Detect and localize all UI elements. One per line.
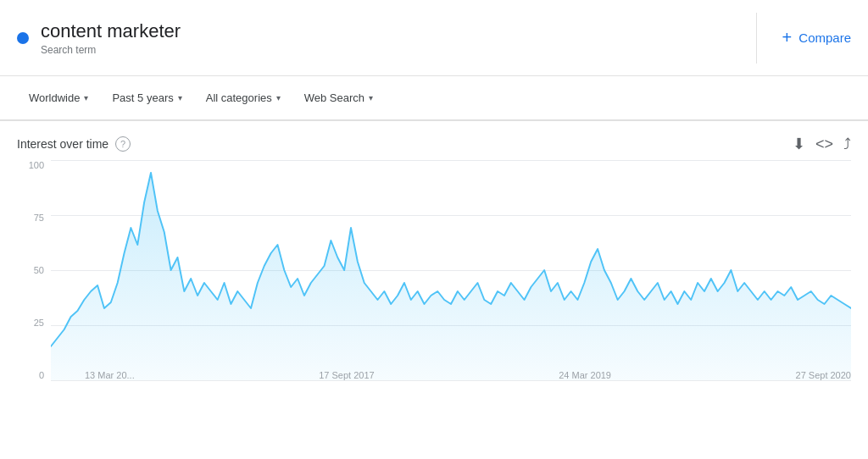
filter-worldwide-label: Worldwide (29, 91, 80, 104)
chart-section-header: Interest over time ? ⬇ <> ⤴ (0, 121, 868, 160)
share-icon[interactable]: ⤴ (843, 135, 851, 153)
filter-allcategories[interactable]: All categories ▾ (194, 85, 292, 111)
compare-button[interactable]: + Compare (757, 28, 851, 47)
chevron-down-icon: ▾ (178, 93, 182, 102)
x-label-1: 13 Mar 20... (85, 370, 135, 380)
compare-plus-icon: + (782, 28, 793, 47)
filter-worldwide[interactable]: Worldwide ▾ (17, 85, 100, 111)
chart-inner: 13 Mar 20... 17 Sept 2017 24 Mar 2019 27… (51, 160, 851, 380)
x-axis: 13 Mar 20... 17 Sept 2017 24 Mar 2019 27… (85, 363, 851, 380)
term-dot (17, 32, 29, 44)
x-label-4: 27 Sept 2020 (796, 370, 851, 380)
x-label-3: 24 Mar 2019 (559, 370, 611, 380)
filter-past5years[interactable]: Past 5 years ▾ (100, 85, 193, 111)
chevron-down-icon: ▾ (276, 93, 281, 102)
filter-websearch[interactable]: Web Search ▾ (292, 85, 385, 111)
chart-area: 100 75 50 25 0 (17, 160, 851, 397)
y-axis: 100 75 50 25 0 (17, 160, 44, 397)
page-header: content marketer Search term + Compare (0, 0, 868, 76)
chevron-down-icon: ▾ (84, 93, 88, 102)
y-label-25: 25 (17, 318, 44, 328)
term-type: Search term (41, 44, 181, 56)
filter-past5years-label: Past 5 years (112, 91, 173, 104)
help-icon[interactable]: ? (115, 136, 131, 152)
section-title-area: Interest over time ? (17, 136, 131, 152)
y-label-0: 0 (17, 370, 44, 380)
search-term-area: content marketer Search term (17, 13, 757, 64)
filter-websearch-label: Web Search (304, 91, 364, 104)
trend-line-svg (51, 160, 851, 380)
y-label-75: 75 (17, 213, 44, 223)
download-icon[interactable]: ⬇ (793, 135, 805, 153)
filter-allcategories-label: All categories (206, 91, 272, 104)
filters-bar: Worldwide ▾ Past 5 years ▾ All categorie… (0, 76, 868, 121)
term-name: content marketer (41, 20, 181, 42)
chart-container: 100 75 50 25 0 (0, 160, 868, 406)
grid-line-bottom (51, 380, 851, 381)
chevron-down-icon: ▾ (369, 93, 373, 102)
embed-icon[interactable]: <> (815, 135, 833, 153)
x-label-2: 17 Sept 2017 (319, 370, 374, 380)
term-info: content marketer Search term (41, 20, 181, 56)
compare-label: Compare (798, 30, 851, 45)
y-label-100: 100 (17, 160, 44, 170)
section-actions: ⬇ <> ⤴ (793, 135, 851, 153)
section-title: Interest over time (17, 137, 108, 151)
y-label-50: 50 (17, 265, 44, 275)
